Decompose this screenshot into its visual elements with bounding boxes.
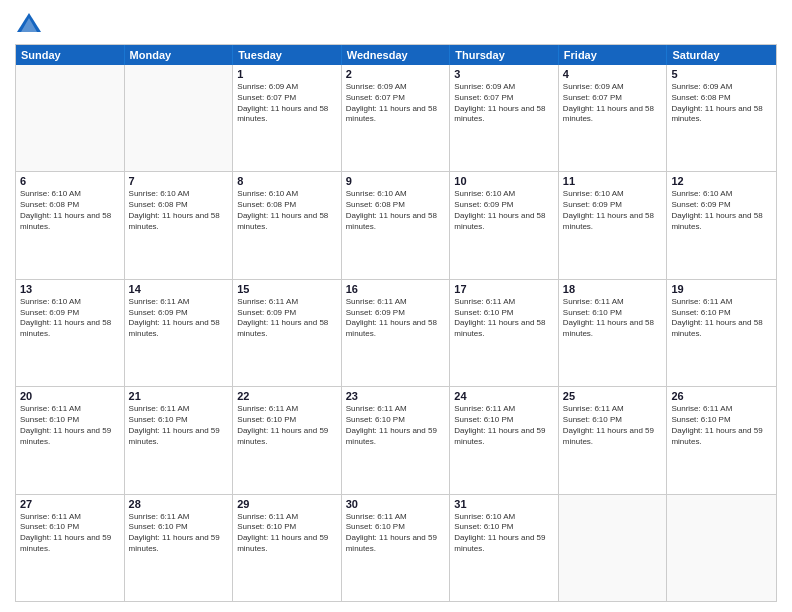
calendar: SundayMondayTuesdayWednesdayThursdayFrid… [15,44,777,602]
calendar-header: SundayMondayTuesdayWednesdayThursdayFrid… [16,45,776,65]
day-number: 7 [129,175,229,187]
cell-info: Sunrise: 6:09 AMSunset: 6:08 PMDaylight:… [671,82,772,125]
logo [15,10,47,38]
day-number: 10 [454,175,554,187]
calendar-cell: 17Sunrise: 6:11 AMSunset: 6:10 PMDayligh… [450,280,559,386]
calendar-cell: 15Sunrise: 6:11 AMSunset: 6:09 PMDayligh… [233,280,342,386]
day-number: 14 [129,283,229,295]
calendar-row: 6Sunrise: 6:10 AMSunset: 6:08 PMDaylight… [16,171,776,278]
calendar-cell: 5Sunrise: 6:09 AMSunset: 6:08 PMDaylight… [667,65,776,171]
calendar-cell: 12Sunrise: 6:10 AMSunset: 6:09 PMDayligh… [667,172,776,278]
calendar-cell: 25Sunrise: 6:11 AMSunset: 6:10 PMDayligh… [559,387,668,493]
calendar-cell: 24Sunrise: 6:11 AMSunset: 6:10 PMDayligh… [450,387,559,493]
day-number: 22 [237,390,337,402]
cell-info: Sunrise: 6:11 AMSunset: 6:10 PMDaylight:… [346,512,446,555]
day-number: 2 [346,68,446,80]
calendar-day-header: Wednesday [342,45,451,65]
calendar-day-header: Thursday [450,45,559,65]
calendar-cell: 26Sunrise: 6:11 AMSunset: 6:10 PMDayligh… [667,387,776,493]
day-number: 26 [671,390,772,402]
cell-info: Sunrise: 6:11 AMSunset: 6:09 PMDaylight:… [129,297,229,340]
cell-info: Sunrise: 6:10 AMSunset: 6:08 PMDaylight:… [237,189,337,232]
calendar-cell: 31Sunrise: 6:10 AMSunset: 6:10 PMDayligh… [450,495,559,601]
calendar-cell: 6Sunrise: 6:10 AMSunset: 6:08 PMDaylight… [16,172,125,278]
day-number: 18 [563,283,663,295]
day-number: 5 [671,68,772,80]
day-number: 28 [129,498,229,510]
logo-icon [15,10,43,38]
calendar-cell: 20Sunrise: 6:11 AMSunset: 6:10 PMDayligh… [16,387,125,493]
cell-info: Sunrise: 6:10 AMSunset: 6:08 PMDaylight:… [346,189,446,232]
calendar-cell: 1Sunrise: 6:09 AMSunset: 6:07 PMDaylight… [233,65,342,171]
cell-info: Sunrise: 6:11 AMSunset: 6:10 PMDaylight:… [671,297,772,340]
cell-info: Sunrise: 6:11 AMSunset: 6:10 PMDaylight:… [237,404,337,447]
calendar-row: 20Sunrise: 6:11 AMSunset: 6:10 PMDayligh… [16,386,776,493]
calendar-cell: 9Sunrise: 6:10 AMSunset: 6:08 PMDaylight… [342,172,451,278]
day-number: 6 [20,175,120,187]
cell-info: Sunrise: 6:10 AMSunset: 6:09 PMDaylight:… [671,189,772,232]
calendar-row: 1Sunrise: 6:09 AMSunset: 6:07 PMDaylight… [16,65,776,171]
cell-info: Sunrise: 6:09 AMSunset: 6:07 PMDaylight:… [454,82,554,125]
cell-info: Sunrise: 6:11 AMSunset: 6:10 PMDaylight:… [20,512,120,555]
calendar-cell: 16Sunrise: 6:11 AMSunset: 6:09 PMDayligh… [342,280,451,386]
cell-info: Sunrise: 6:11 AMSunset: 6:10 PMDaylight:… [20,404,120,447]
day-number: 9 [346,175,446,187]
calendar-cell: 27Sunrise: 6:11 AMSunset: 6:10 PMDayligh… [16,495,125,601]
day-number: 4 [563,68,663,80]
calendar-cell [16,65,125,171]
calendar-cell: 11Sunrise: 6:10 AMSunset: 6:09 PMDayligh… [559,172,668,278]
cell-info: Sunrise: 6:11 AMSunset: 6:10 PMDaylight:… [237,512,337,555]
calendar-cell: 4Sunrise: 6:09 AMSunset: 6:07 PMDaylight… [559,65,668,171]
day-number: 19 [671,283,772,295]
day-number: 20 [20,390,120,402]
calendar-cell: 7Sunrise: 6:10 AMSunset: 6:08 PMDaylight… [125,172,234,278]
day-number: 17 [454,283,554,295]
calendar-cell [559,495,668,601]
day-number: 21 [129,390,229,402]
cell-info: Sunrise: 6:11 AMSunset: 6:09 PMDaylight:… [237,297,337,340]
calendar-cell: 22Sunrise: 6:11 AMSunset: 6:10 PMDayligh… [233,387,342,493]
calendar-cell: 29Sunrise: 6:11 AMSunset: 6:10 PMDayligh… [233,495,342,601]
cell-info: Sunrise: 6:11 AMSunset: 6:10 PMDaylight:… [563,404,663,447]
calendar-row: 13Sunrise: 6:10 AMSunset: 6:09 PMDayligh… [16,279,776,386]
calendar-cell: 2Sunrise: 6:09 AMSunset: 6:07 PMDaylight… [342,65,451,171]
cell-info: Sunrise: 6:10 AMSunset: 6:10 PMDaylight:… [454,512,554,555]
calendar-cell: 13Sunrise: 6:10 AMSunset: 6:09 PMDayligh… [16,280,125,386]
cell-info: Sunrise: 6:11 AMSunset: 6:10 PMDaylight:… [671,404,772,447]
cell-info: Sunrise: 6:09 AMSunset: 6:07 PMDaylight:… [237,82,337,125]
calendar-row: 27Sunrise: 6:11 AMSunset: 6:10 PMDayligh… [16,494,776,601]
calendar-cell: 3Sunrise: 6:09 AMSunset: 6:07 PMDaylight… [450,65,559,171]
day-number: 24 [454,390,554,402]
cell-info: Sunrise: 6:10 AMSunset: 6:09 PMDaylight:… [454,189,554,232]
day-number: 29 [237,498,337,510]
cell-info: Sunrise: 6:10 AMSunset: 6:09 PMDaylight:… [20,297,120,340]
cell-info: Sunrise: 6:10 AMSunset: 6:08 PMDaylight:… [129,189,229,232]
cell-info: Sunrise: 6:11 AMSunset: 6:09 PMDaylight:… [346,297,446,340]
day-number: 23 [346,390,446,402]
calendar-cell: 19Sunrise: 6:11 AMSunset: 6:10 PMDayligh… [667,280,776,386]
cell-info: Sunrise: 6:10 AMSunset: 6:08 PMDaylight:… [20,189,120,232]
calendar-day-header: Monday [125,45,234,65]
calendar-cell: 30Sunrise: 6:11 AMSunset: 6:10 PMDayligh… [342,495,451,601]
cell-info: Sunrise: 6:11 AMSunset: 6:10 PMDaylight:… [346,404,446,447]
day-number: 1 [237,68,337,80]
calendar-cell: 8Sunrise: 6:10 AMSunset: 6:08 PMDaylight… [233,172,342,278]
day-number: 27 [20,498,120,510]
day-number: 8 [237,175,337,187]
day-number: 3 [454,68,554,80]
cell-info: Sunrise: 6:10 AMSunset: 6:09 PMDaylight:… [563,189,663,232]
calendar-day-header: Saturday [667,45,776,65]
cell-info: Sunrise: 6:09 AMSunset: 6:07 PMDaylight:… [346,82,446,125]
calendar-cell: 28Sunrise: 6:11 AMSunset: 6:10 PMDayligh… [125,495,234,601]
day-number: 15 [237,283,337,295]
day-number: 31 [454,498,554,510]
cell-info: Sunrise: 6:11 AMSunset: 6:10 PMDaylight:… [129,404,229,447]
calendar-cell [667,495,776,601]
cell-info: Sunrise: 6:11 AMSunset: 6:10 PMDaylight:… [129,512,229,555]
calendar-cell: 18Sunrise: 6:11 AMSunset: 6:10 PMDayligh… [559,280,668,386]
day-number: 11 [563,175,663,187]
day-number: 30 [346,498,446,510]
calendar-cell: 23Sunrise: 6:11 AMSunset: 6:10 PMDayligh… [342,387,451,493]
cell-info: Sunrise: 6:11 AMSunset: 6:10 PMDaylight:… [563,297,663,340]
calendar-cell: 21Sunrise: 6:11 AMSunset: 6:10 PMDayligh… [125,387,234,493]
